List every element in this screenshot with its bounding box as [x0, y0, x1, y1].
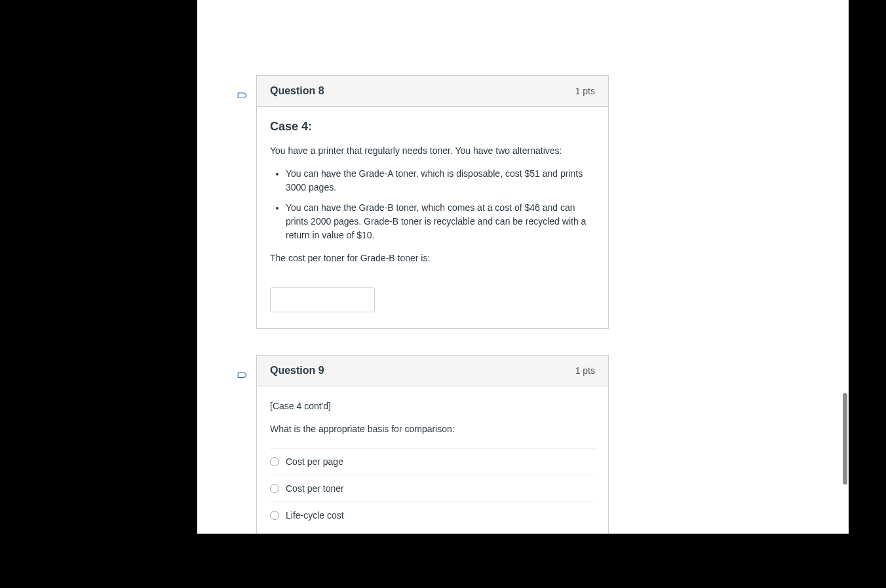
q8-bullets: You can have the Grade-A toner, which is… — [270, 167, 595, 242]
question-9-card: Question 9 1 pts [Case 4 cont'd] What is… — [256, 355, 609, 534]
scrollbar-thumb[interactable] — [843, 393, 847, 485]
flag-icon[interactable] — [237, 91, 248, 103]
q9-contd: [Case 4 cont'd] — [270, 399, 595, 413]
question-8-title: Question 8 — [270, 85, 324, 97]
question-9-title: Question 9 — [270, 365, 324, 377]
q8-bullet-2: You can have the Grade-B toner, which co… — [286, 201, 595, 242]
q8-bullet-1: You can have the Grade-A toner, which is… — [286, 167, 595, 194]
question-8-header: Question 8 1 pts — [257, 76, 608, 107]
q9-option-1[interactable]: Cost per page — [270, 448, 595, 475]
q9-option-2[interactable]: Cost per toner — [270, 475, 595, 502]
q8-prompt: The cost per toner for Grade-B toner is: — [270, 251, 595, 265]
radio-icon — [270, 511, 279, 520]
q9-option-3[interactable]: Life-cycle cost — [270, 502, 595, 528]
q9-option-1-label: Cost per page — [286, 456, 343, 467]
radio-icon — [270, 457, 279, 466]
flag-column — [237, 371, 254, 382]
question-9-row: Question 9 1 pts [Case 4 cont'd] What is… — [237, 355, 809, 534]
question-9-header: Question 9 1 pts — [257, 356, 608, 386]
question-8-pts: 1 pts — [575, 86, 595, 96]
q8-intro: You have a printer that regularly needs … — [270, 144, 595, 158]
q9-option-3-label: Life-cycle cost — [286, 510, 344, 521]
flag-column — [237, 91, 254, 103]
quiz-page: Question 8 1 pts Case 4: You have a prin… — [197, 0, 849, 534]
question-8-card: Question 8 1 pts Case 4: You have a prin… — [256, 75, 609, 329]
question-9-pts: 1 pts — [575, 365, 595, 376]
flag-icon[interactable] — [237, 371, 248, 382]
q9-options: Cost per page Cost per toner Life-cycle … — [270, 448, 595, 528]
radio-icon — [270, 484, 279, 493]
q9-option-2-label: Cost per toner — [286, 483, 344, 494]
q8-answer-input[interactable] — [270, 287, 375, 312]
question-8-body: Case 4: You have a printer that regularl… — [257, 107, 608, 328]
question-9-body: [Case 4 cont'd] What is the appropriate … — [257, 386, 608, 534]
q9-prompt: What is the appropriate basis for compar… — [270, 422, 595, 436]
question-8-row: Question 8 1 pts Case 4: You have a prin… — [237, 75, 809, 329]
content-wrap: Question 8 1 pts Case 4: You have a prin… — [197, 0, 849, 534]
case-4-title: Case 4: — [270, 120, 595, 134]
